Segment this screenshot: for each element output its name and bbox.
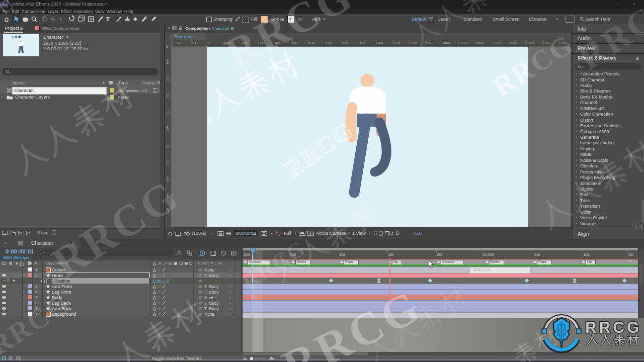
svg-text:fx: fx (169, 261, 172, 266)
svg-text:T: T (106, 15, 110, 23)
